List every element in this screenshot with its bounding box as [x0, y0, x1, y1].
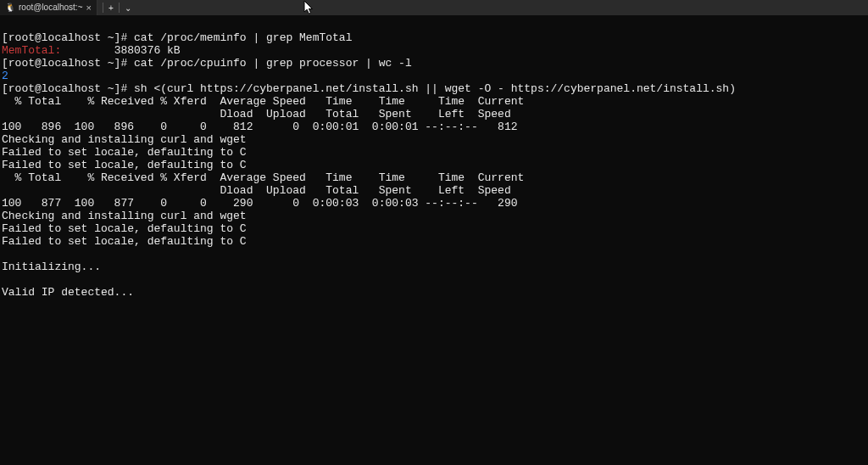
- tab-close-button[interactable]: ×: [86, 0, 91, 15]
- memtotal-label: MemTotal:: [2, 44, 61, 57]
- cpu-count-output: 2: [2, 70, 8, 82]
- tab-controls: + ⌄: [97, 0, 136, 15]
- cmd-install-cyberpanel: sh <(curl https://cyberpanel.net/install…: [134, 82, 736, 95]
- tab-title: root@localhost:~: [19, 0, 82, 15]
- locale-warning: Failed to set locale, defaulting to C: [2, 146, 247, 159]
- curl-progress-1: 100 896 100 896 0 0 812 0 0:00:01 0:00:0…: [2, 120, 518, 133]
- tab-root-localhost[interactable]: 🐧 root@localhost:~ ×: [0, 0, 97, 15]
- shell-prompt: [root@localhost ~]#: [2, 57, 134, 70]
- install-status: Checking and installing curl and wget: [2, 210, 247, 222]
- cmd-cat-meminfo: cat /proc/meminfo | grep MemTotal: [134, 31, 352, 44]
- curl-header-2: Dload Upload Total Spent Left Speed: [2, 108, 511, 120]
- tab-dropdown-button[interactable]: ⌄: [125, 3, 131, 13]
- curl-header-1b: % Total % Received % Xferd Average Speed…: [2, 171, 524, 184]
- locale-warning: Failed to set locale, defaulting to C: [2, 159, 247, 171]
- shell-prompt: [root@localhost ~]#: [2, 31, 134, 44]
- initializing-line: Initializing...: [2, 261, 101, 273]
- terminal-output[interactable]: [root@localhost ~]# cat /proc/meminfo | …: [0, 15, 868, 302]
- cmd-cat-cpuinfo: cat /proc/cpuinfo | grep processor | wc …: [134, 57, 412, 70]
- memtotal-spaces: [61, 44, 114, 57]
- curl-header-1: % Total % Received % Xferd Average Speed…: [2, 95, 524, 108]
- tab-bar: 🐧 root@localhost:~ × + ⌄: [0, 0, 868, 15]
- new-tab-button[interactable]: +: [108, 3, 114, 13]
- valid-ip-line: Valid IP detected...: [2, 286, 134, 299]
- curl-progress-2: 100 877 100 877 0 0 290 0 0:00:03 0:00:0…: [2, 197, 518, 210]
- tux-icon: 🐧: [5, 0, 15, 15]
- install-status: Checking and installing curl and wget: [2, 133, 247, 146]
- tab-separator: [103, 3, 103, 13]
- shell-prompt: [root@localhost ~]#: [2, 82, 134, 95]
- curl-header-2b: Dload Upload Total Spent Left Speed: [2, 184, 511, 197]
- locale-warning: Failed to set locale, defaulting to C: [2, 235, 247, 248]
- memtotal-value: 3880376 kB: [114, 44, 181, 57]
- locale-warning: Failed to set locale, defaulting to C: [2, 222, 247, 235]
- tab-separator: [119, 3, 120, 13]
